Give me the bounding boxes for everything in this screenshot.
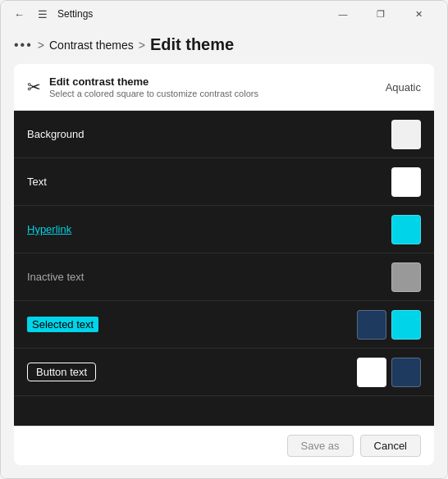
menu-button[interactable]: ☰ bbox=[34, 7, 51, 22]
breadcrumb-contrast-themes[interactable]: Contrast themes bbox=[49, 39, 134, 52]
content-area: ••• > Contrast themes > Edit theme ✂ Edi… bbox=[1, 27, 447, 478]
button-text-swatches bbox=[357, 358, 421, 387]
background-swatch[interactable] bbox=[391, 120, 421, 149]
theme-row-selected-text: Selected text bbox=[14, 301, 434, 349]
button-bg-swatch[interactable] bbox=[357, 358, 386, 387]
breadcrumb-current: Edit theme bbox=[150, 35, 234, 54]
selected-text-label: Selected text bbox=[27, 317, 98, 332]
back-button[interactable]: ← bbox=[11, 7, 28, 22]
theme-row-hyperlink: Hyperlink bbox=[14, 206, 434, 253]
theme-row-background: Background bbox=[14, 111, 434, 158]
minimize-button[interactable]: — bbox=[324, 1, 362, 27]
close-button[interactable]: ✕ bbox=[400, 1, 437, 27]
panel-header-text: Edit contrast theme Select a colored squ… bbox=[49, 75, 386, 98]
titlebar: ← ☰ Settings — ❐ ✕ bbox=[1, 1, 447, 27]
titlebar-nav: ← ☰ bbox=[11, 7, 51, 22]
theme-badge: Aquatic bbox=[386, 81, 421, 94]
theme-row-text: Text bbox=[14, 158, 434, 206]
selected-text-swatches bbox=[357, 310, 421, 340]
hyperlink-swatch[interactable] bbox=[391, 215, 421, 244]
settings-window: ← ☰ Settings — ❐ ✕ ••• > Contrast themes… bbox=[0, 0, 448, 479]
selected-bg-swatch[interactable] bbox=[357, 310, 386, 340]
panel-header-subtitle: Select a colored square to customize con… bbox=[49, 89, 386, 98]
text-label: Text bbox=[27, 176, 391, 188]
scissors-icon: ✂ bbox=[27, 77, 41, 97]
background-swatches bbox=[391, 120, 421, 149]
inactive-text-swatch[interactable] bbox=[391, 262, 421, 292]
text-swatch[interactable] bbox=[391, 167, 421, 197]
save-as-button[interactable]: Save as bbox=[287, 435, 354, 457]
panel-header: ✂ Edit contrast theme Select a colored s… bbox=[14, 64, 434, 111]
inactive-text-label: Inactive text bbox=[27, 271, 391, 283]
maximize-button[interactable]: ❐ bbox=[362, 1, 400, 27]
edit-theme-panel: ✂ Edit contrast theme Select a colored s… bbox=[14, 64, 434, 465]
background-label: Background bbox=[27, 128, 391, 140]
cancel-button[interactable]: Cancel bbox=[360, 435, 421, 457]
selected-fg-swatch[interactable] bbox=[391, 310, 421, 340]
breadcrumb-dots[interactable]: ••• bbox=[14, 38, 33, 52]
theme-list: Background Text Hyperlink bbox=[14, 111, 434, 426]
breadcrumb-sep-1: > bbox=[38, 39, 44, 52]
breadcrumb-sep-2: > bbox=[139, 39, 145, 52]
hyperlink-swatches bbox=[391, 215, 421, 244]
inactive-text-swatches bbox=[391, 262, 421, 292]
panel-footer: Save as Cancel bbox=[14, 426, 434, 465]
theme-row-button-text: Button text bbox=[14, 349, 434, 396]
breadcrumb: ••• > Contrast themes > Edit theme bbox=[14, 27, 434, 64]
panel-header-title: Edit contrast theme bbox=[49, 75, 386, 88]
button-text-label[interactable]: Button text bbox=[27, 363, 96, 381]
text-swatches bbox=[391, 167, 421, 197]
theme-row-inactive-text: Inactive text bbox=[14, 253, 434, 301]
hyperlink-label[interactable]: Hyperlink bbox=[27, 223, 391, 235]
titlebar-title: Settings bbox=[57, 8, 93, 20]
window-controls: — ❐ ✕ bbox=[324, 1, 437, 27]
button-fg-swatch[interactable] bbox=[391, 358, 421, 387]
